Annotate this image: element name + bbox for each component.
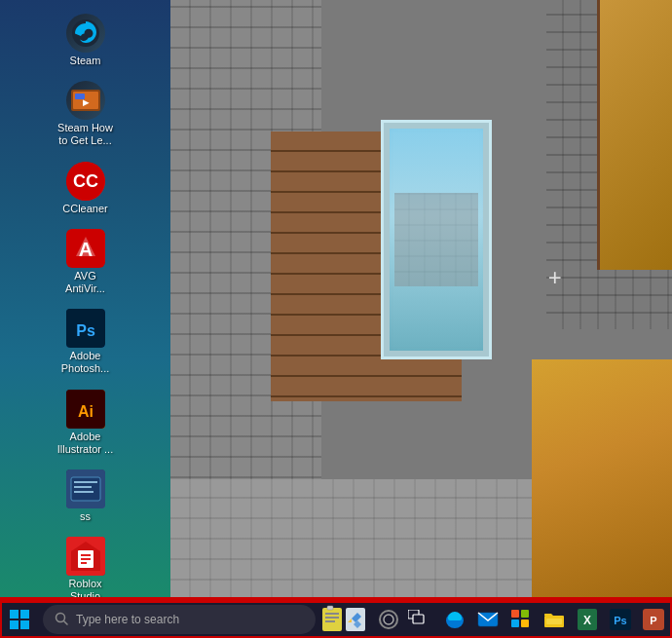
illustrator-icon-desktop[interactable]: Ai Adobe Illustrator ... — [47, 386, 125, 460]
svg-text:Ai: Ai — [78, 403, 93, 420]
mc-right-building — [597, 0, 672, 270]
task-view-button[interactable] — [403, 600, 432, 638]
svg-rect-33 — [325, 620, 335, 622]
edge-taskbar-icon[interactable] — [440, 600, 469, 638]
illustrator-label: Adobe Illustrator ... — [55, 431, 117, 456]
svg-rect-17 — [74, 481, 97, 483]
windows-logo — [10, 610, 29, 629]
svg-rect-32 — [325, 617, 339, 619]
svg-rect-38 — [413, 615, 424, 623]
search-icon — [55, 612, 68, 628]
mail-taskbar-icon[interactable] — [473, 600, 503, 638]
sidebar: Steam ▶ Steam How to Get Le... CC — [0, 0, 170, 599]
cortana-icon — [379, 610, 398, 629]
svg-text:CC: CC — [73, 171, 98, 191]
svg-rect-23 — [81, 554, 91, 556]
excel-taskbar-icon[interactable]: X — [573, 600, 602, 638]
svg-point-36 — [384, 615, 393, 624]
minecraft-background: + — [170, 0, 672, 599]
svg-line-29 — [64, 620, 68, 624]
ss-label: ss — [80, 510, 91, 523]
start-menu-taskbar-icon[interactable] — [506, 600, 536, 638]
avg-icon-desktop[interactable]: A AVG AntiVir... — [47, 225, 125, 299]
svg-rect-41 — [511, 610, 519, 618]
steam-how-label: Steam How to Get Le... — [55, 122, 117, 147]
powerpoint-taskbar-icon[interactable]: P — [639, 600, 668, 638]
svg-rect-34 — [327, 606, 333, 610]
ccleaner-icon-desktop[interactable]: CC CCleaner — [47, 158, 125, 219]
steam-how-icon-desktop[interactable]: ▶ Steam How to Get Le... — [47, 77, 125, 151]
file-explorer-taskbar-icon[interactable] — [540, 600, 569, 638]
svg-text:Ps: Ps — [614, 615, 626, 626]
svg-rect-42 — [521, 610, 529, 618]
taskbar-widget[interactable] — [316, 600, 374, 638]
search-placeholder: Type here to search — [76, 613, 179, 626]
photoshop-label: Adobe Photosh... — [55, 350, 117, 375]
svg-rect-16 — [71, 477, 100, 501]
mc-door-window — [381, 120, 491, 359]
svg-text:Ps: Ps — [76, 322, 95, 339]
start-button[interactable] — [0, 600, 39, 638]
mc-crosshair: + — [548, 264, 562, 291]
svg-text:X: X — [583, 614, 591, 627]
ss-icon-desktop[interactable]: ss — [47, 466, 125, 527]
svg-rect-44 — [521, 619, 529, 627]
photoshop-icon-desktop[interactable]: Ps Adobe Photosh... — [47, 305, 125, 379]
svg-text:▶: ▶ — [83, 98, 90, 107]
ccleaner-label: CCleaner — [62, 203, 107, 215]
photoshop-taskbar-icon[interactable]: Ps — [606, 600, 635, 638]
steam-label: Steam — [70, 55, 101, 67]
search-bar[interactable]: Type here to search — [43, 605, 316, 634]
svg-rect-25 — [81, 562, 87, 564]
steam-icon-desktop[interactable]: Steam — [47, 10, 125, 71]
roblox-studio-icon-desktop[interactable]: Roblox Studio — [47, 533, 125, 607]
svg-rect-31 — [325, 613, 339, 615]
taskbar-right-icons: X Ps P — [440, 600, 668, 638]
cortana-button[interactable] — [374, 600, 403, 638]
game-area: + — [170, 0, 672, 599]
svg-point-1 — [86, 30, 92, 36]
svg-rect-30 — [322, 608, 342, 631]
svg-rect-46 — [546, 619, 562, 624]
mc-chest-right — [532, 359, 672, 599]
svg-text:P: P — [650, 615, 656, 626]
svg-rect-24 — [81, 558, 91, 560]
svg-rect-19 — [74, 491, 93, 493]
desktop: Steam ▶ Steam How to Get Le... CC — [0, 0, 672, 599]
svg-rect-43 — [511, 619, 519, 627]
avg-label: AVG AntiVir... — [55, 270, 117, 295]
task-view-icon — [408, 610, 428, 629]
svg-rect-18 — [74, 486, 92, 488]
widget-icons-container — [320, 605, 369, 634]
taskbar: Type here to search — [0, 599, 672, 638]
